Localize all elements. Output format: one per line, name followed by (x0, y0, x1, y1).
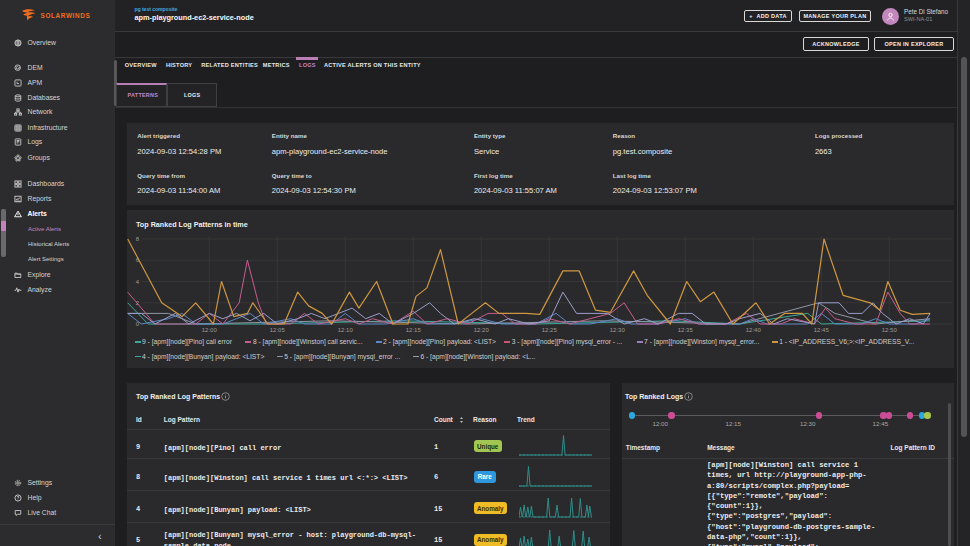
svg-text:12:10: 12:10 (338, 327, 354, 333)
svg-text:12:30: 12:30 (610, 327, 626, 333)
svg-text:4: 4 (136, 279, 140, 285)
svg-text:12:05: 12:05 (270, 327, 286, 333)
svg-text:12:25: 12:25 (542, 327, 558, 333)
svg-text:12:50: 12:50 (882, 327, 898, 333)
svg-text:12:00: 12:00 (202, 327, 218, 333)
svg-text:12:35: 12:35 (678, 327, 694, 333)
svg-text:8: 8 (136, 236, 140, 242)
svg-text:12:20: 12:20 (474, 327, 490, 333)
svg-text:12:45: 12:45 (814, 327, 830, 333)
svg-text:12:40: 12:40 (746, 327, 762, 333)
svg-text:12:15: 12:15 (406, 327, 422, 333)
